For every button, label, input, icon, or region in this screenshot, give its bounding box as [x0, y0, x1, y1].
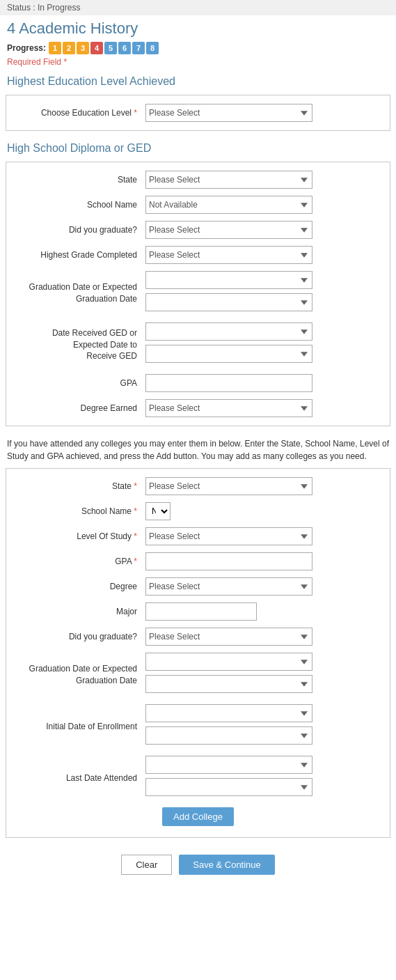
hs-school-name-select[interactable]: Not Available — [145, 196, 312, 214]
college-school-name-row: School Name N — [13, 502, 383, 520]
college-state-label: State — [13, 481, 145, 491]
college-info-text: If you have attended any colleges you ma… — [0, 433, 396, 465]
college-major-label: Major — [13, 607, 145, 616]
college-last-attended-label: Last Date Attended — [13, 773, 145, 783]
status-label: Status : In Progress — [7, 3, 80, 13]
add-college-button[interactable]: Add College — [162, 807, 234, 826]
college-initial-enrollment-year-select[interactable] — [145, 726, 312, 745]
hs-degree-earned-label: Degree Earned — [13, 403, 145, 413]
school-prefix-select[interactable]: N — [145, 502, 171, 520]
hs-ged-date-row: Date Received GED orExpected Date toRece… — [13, 322, 383, 367]
college-initial-enrollment-month-select[interactable] — [145, 704, 312, 722]
hs-highest-grade-label: Highest Grade Completed — [13, 250, 145, 260]
college-grad-date-label: Graduation Date or ExpectedGraduation Da… — [13, 663, 145, 687]
hs-graduated-row: Did you graduate? Please Select — [13, 221, 383, 239]
progress-label: Progress: — [7, 43, 46, 53]
college-last-attended-year-select[interactable] — [145, 778, 312, 796]
hs-gpa-input[interactable] — [145, 374, 312, 392]
required-note: Required Field * — [0, 56, 396, 71]
add-college-row: Add College — [13, 807, 383, 826]
college-initial-enrollment-row: Initial Date of Enrollment — [13, 704, 383, 749]
school-name-wrap: N — [145, 502, 383, 520]
hs-school-name-label: School Name — [13, 200, 145, 210]
hs-state-label: State — [13, 175, 145, 185]
highest-ed-title: Highest Education Level Achieved — [0, 71, 396, 92]
college-gpa-row: GPA — [13, 552, 383, 570]
choose-ed-label: Choose Education Level — [13, 108, 145, 118]
page-title: 4 Academic History — [0, 15, 396, 40]
hs-ged-date-label: Date Received GED orExpected Date toRece… — [13, 327, 145, 362]
choose-ed-row: Choose Education Level Please Select — [13, 104, 383, 122]
hs-degree-earned-select[interactable]: Please Select — [145, 399, 312, 417]
college-state-select[interactable]: Please Select — [145, 477, 312, 495]
college-graduated-row: Did you graduate? Please Select — [13, 628, 383, 646]
college-degree-label: Degree — [13, 582, 145, 591]
step-3[interactable]: 3 — [77, 42, 89, 54]
bottom-buttons: Clear Save & Continue — [0, 845, 396, 889]
college-grad-date-month-select[interactable] — [145, 653, 312, 671]
hs-highest-grade-select[interactable]: Please Select — [145, 246, 312, 264]
college-initial-enrollment-label: Initial Date of Enrollment — [13, 722, 145, 731]
college-gpa-label: GPA — [13, 557, 145, 566]
college-degree-select[interactable]: Please Select — [145, 577, 312, 596]
college-gpa-input[interactable] — [145, 552, 312, 570]
hs-grad-date-row: Graduation Date or ExpectedGraduation Da… — [13, 271, 383, 316]
college-major-row: Major — [13, 602, 383, 621]
college-level-study-label: Level Of Study — [13, 531, 145, 541]
hs-diploma-title: High School Diploma or GED — [0, 138, 396, 159]
hs-ged-date-month-select[interactable] — [145, 322, 312, 341]
hs-school-name-row: School Name Not Available — [13, 196, 383, 214]
college-grad-date-year-select[interactable] — [145, 675, 312, 693]
college-grad-date-row: Graduation Date or ExpectedGraduation Da… — [13, 653, 383, 697]
save-continue-button[interactable]: Save & Continue — [179, 855, 275, 875]
college-graduated-select[interactable]: Please Select — [145, 628, 312, 646]
highest-ed-box: Choose Education Level Please Select — [6, 95, 390, 131]
choose-ed-control: Please Select — [145, 104, 383, 122]
college-level-study-select[interactable]: Please Select — [145, 527, 312, 545]
step-6[interactable]: 6 — [118, 42, 131, 54]
hs-grad-date-month-select[interactable] — [145, 271, 312, 289]
hs-degree-earned-row: Degree Earned Please Select — [13, 399, 383, 417]
hs-grad-date-year-select[interactable] — [145, 293, 312, 311]
hs-grad-date-label: Graduation Date or ExpectedGraduation Da… — [13, 281, 145, 305]
college-state-row: State Please Select — [13, 477, 383, 495]
college-last-attended-row: Last Date Attended — [13, 756, 383, 800]
step-4[interactable]: 4 — [90, 42, 103, 54]
hs-state-row: State Please Select — [13, 171, 383, 189]
hs-highest-grade-row: Highest Grade Completed Please Select — [13, 246, 383, 264]
hs-gpa-label: GPA — [13, 378, 145, 388]
college-last-attended-month-select[interactable] — [145, 756, 312, 774]
hs-gpa-row: GPA — [13, 374, 383, 392]
step-1[interactable]: 1 — [49, 42, 61, 54]
college-box: State Please Select School Name N Level … — [6, 468, 390, 838]
hs-ged-date-year-select[interactable] — [145, 345, 312, 363]
college-graduated-label: Did you graduate? — [13, 632, 145, 641]
step-2[interactable]: 2 — [63, 42, 75, 54]
choose-ed-select[interactable]: Please Select — [145, 104, 312, 122]
status-bar: Status : In Progress — [0, 0, 396, 15]
college-level-study-row: Level Of Study Please Select — [13, 527, 383, 545]
step-8[interactable]: 8 — [146, 42, 159, 54]
step-5[interactable]: 5 — [104, 42, 117, 54]
step-7[interactable]: 7 — [132, 42, 145, 54]
progress-row: Progress: 1 2 3 4 5 6 7 8 — [0, 40, 396, 56]
progress-steps: 1 2 3 4 5 6 7 8 — [49, 42, 159, 54]
hs-graduated-label: Did you graduate? — [13, 225, 145, 235]
hs-graduated-select[interactable]: Please Select — [145, 221, 312, 239]
college-degree-row: Degree Please Select — [13, 577, 383, 596]
college-school-name-label: School Name — [13, 506, 145, 516]
hs-diploma-box: State Please Select School Name Not Avai… — [6, 162, 390, 426]
hs-state-select[interactable]: Please Select — [145, 171, 312, 189]
college-major-input[interactable] — [145, 602, 257, 621]
clear-button[interactable]: Clear — [121, 855, 172, 875]
